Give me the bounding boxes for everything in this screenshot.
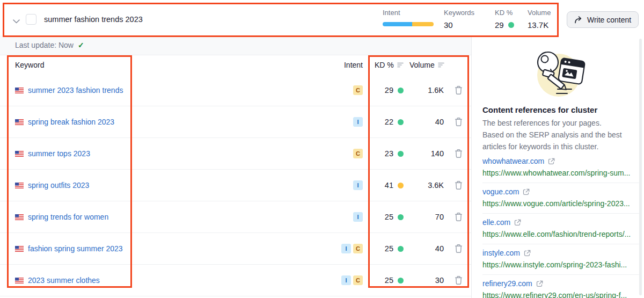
reference-domain-link[interactable]: elle.com [482,218,510,227]
header-kd-stat: KD % 29 [495,9,514,30]
external-link-icon[interactable] [548,158,555,165]
column-header-intent: Intent [344,61,363,69]
table-row: spring outfits 2023 I 41 3.6K [0,170,471,201]
scrollbar[interactable] [639,39,642,295]
sort-icon[interactable] [438,61,444,69]
kd-dot [508,22,514,28]
keyword-link[interactable]: summer tops 2023 [28,149,90,158]
us-flag-icon [15,183,24,188]
trash-icon[interactable] [455,213,463,222]
intent-badge-i: I [353,180,363,190]
volume-value: 13.7K [528,20,551,30]
check-icon: ✓ [78,41,84,49]
intent-badges: C [353,149,363,158]
column-header-kd[interactable]: KD % [375,61,404,69]
header-volume-stat: Volume 13.7K [528,9,551,30]
last-update-text: Last update: Now [15,41,74,49]
references-description-line2: Based on the SERP analysis and the best … [482,130,622,151]
reference-domain-link[interactable]: instyle.com [482,249,520,257]
intent-badges: IC [341,244,363,253]
us-flag-icon [15,278,24,284]
external-link-icon[interactable] [523,188,530,195]
kd-dot [398,278,404,284]
reference-domain-link[interactable]: vogue.com [482,187,519,196]
table-row: 2023 summer clothes IC 25 30 [0,265,471,296]
external-link-icon[interactable] [514,219,521,226]
sort-icon[interactable] [397,61,404,69]
header-keywords-stat: Keywords 30 [444,9,474,30]
trash-icon[interactable] [455,181,463,190]
volume-value: 70 [435,213,444,221]
external-link-icon[interactable] [536,280,543,287]
trash-icon[interactable] [455,244,463,253]
trash-icon[interactable] [455,149,463,158]
intent-badges: I [353,180,363,190]
us-flag-icon [15,246,24,252]
intent-badge-c: C [353,149,363,158]
keyword-link[interactable]: 2023 summer clothes [28,276,100,285]
kd-label: KD % [495,9,514,17]
intent-badge-i: I [341,244,351,253]
table-row: spring break fashion 2023 I 22 40 [0,106,471,138]
keyword-link[interactable]: summer 2023 fashion trends [28,86,123,95]
kd-value: 25 [385,244,393,253]
keyword-link[interactable]: spring outfits 2023 [28,181,89,190]
trash-icon[interactable] [455,276,463,285]
intent-badge-i: I [353,212,363,222]
write-content-arrow-icon [574,16,583,24]
reference-url: https://www.instyle.com/spring-2023-fash… [482,260,641,269]
trash-icon[interactable] [455,118,463,127]
intent-badges: I [353,117,363,127]
external-link-icon[interactable] [524,250,531,257]
keyword-link[interactable]: spring break fashion 2023 [28,118,114,126]
keyword-link[interactable]: fashion spring summer 2023 [28,244,123,253]
keyword-table-body: summer 2023 fashion trends C 29 1.6K spr… [0,75,471,296]
reference-list: whowhatwear.com https://www.whowhatwear.… [482,152,641,298]
kd-value: 41 [385,181,393,190]
table-header: Keyword Intent KD % Volume [0,55,471,75]
references-description: The best references for your pages. Base… [482,117,640,152]
write-content-button[interactable]: Write content [567,11,639,28]
reference-url: https://www.vogue.com/article/spring-202… [482,199,641,208]
volume-value: 40 [435,244,444,253]
header-intent-stat: Intent [383,9,434,26]
reference-domain-link[interactable]: refinery29.com [482,279,532,288]
kd-dot [398,183,404,188]
table-row: fashion spring summer 2023 IC 25 40 [0,233,471,265]
volume-value: 40 [435,118,444,126]
kd-dot [398,151,404,157]
content-references-illustration [525,46,590,103]
volume-value: 1.6K [428,86,444,95]
reference-item: whowhatwear.com https://www.whowhatwear.… [482,152,641,183]
keyword-cluster-page: summer fashion trends 2023 Intent Keywor… [0,0,644,298]
references-heading: Content references for cluster [482,105,597,114]
reference-url: https://www.whowhatwear.com/spring-sum..… [482,169,641,177]
reference-item: refinery29.com https://www.refinery29.co… [482,274,641,298]
reference-item: vogue.com https://www.vogue.com/article/… [482,183,641,213]
keywords-value: 30 [444,20,474,30]
content-references-panel: Content references for cluster The best … [471,35,644,298]
kd-value: 25 [385,276,393,285]
reference-url: https://www.elle.com/fashion/trend-repor… [482,230,641,238]
us-flag-icon [15,151,24,157]
kd-value: 29 [385,86,393,95]
cluster-checkbox[interactable] [26,14,36,25]
intent-distribution-bar [383,22,434,26]
keyword-link[interactable]: spring trends for women [28,213,108,221]
intent-label: Intent [383,9,434,17]
kd-dot [398,88,404,93]
intent-badge-i: I [353,117,363,127]
column-header-volume[interactable]: Volume [409,61,444,69]
table-row: summer 2023 fashion trends C 29 1.6K [0,75,471,106]
intent-badge-i: I [341,275,351,285]
trash-icon[interactable] [455,86,463,95]
chevron-down-icon[interactable] [13,16,20,26]
last-update-bar: Last update: Now ✓ [0,35,471,55]
kd-value: 25 [385,213,393,221]
volume-value: 140 [431,149,444,158]
volume-label: Volume [528,9,551,17]
reference-domain-link[interactable]: whowhatwear.com [482,157,544,165]
table-row: spring trends for women I 25 70 [0,201,471,233]
kd-dot [398,214,404,220]
reference-url: https://www.refinery29.com/en-us/spring-… [482,291,641,298]
